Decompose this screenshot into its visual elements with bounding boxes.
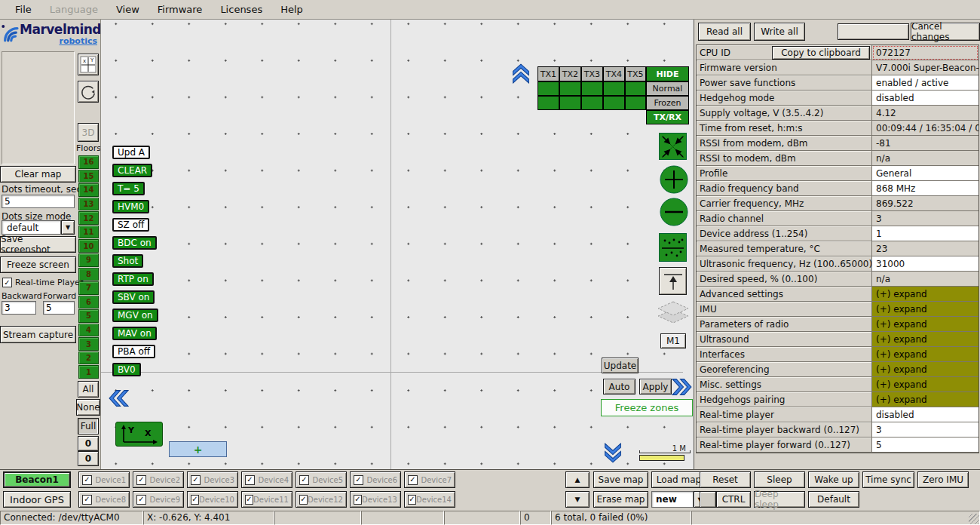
- mode-button-rtp-on[interactable]: RTP on: [112, 272, 154, 286]
- mode-button-t-5[interactable]: T= 5: [112, 182, 145, 195]
- floor-button-11[interactable]: 11: [78, 226, 99, 239]
- setting-value[interactable]: (+) expand: [872, 332, 978, 347]
- device-toggle-device1[interactable]: ✓Device1: [78, 471, 130, 488]
- setting-value[interactable]: 5: [872, 438, 978, 453]
- menu-item-firmware[interactable]: Firmware: [149, 2, 212, 17]
- tx-state-cell[interactable]: [581, 96, 603, 110]
- setting-value[interactable]: General: [872, 166, 978, 181]
- menu-item-view[interactable]: View: [107, 2, 149, 17]
- menu-item-licenses[interactable]: Licenses: [211, 2, 271, 17]
- chevron-down-icon[interactable]: ▼: [61, 220, 75, 235]
- device-toggle-device5[interactable]: ✓Device5: [296, 471, 347, 488]
- time-sync-button[interactable]: Time sync: [862, 471, 914, 488]
- floor-button-7[interactable]: 7: [78, 281, 99, 295]
- blank-button[interactable]: [838, 23, 909, 40]
- sleep-button[interactable]: Sleep: [754, 471, 805, 488]
- tx-txrx-button[interactable]: TX/RX: [646, 110, 689, 124]
- mode-button-bv0[interactable]: BV0: [112, 363, 141, 376]
- copy-to-clipboard-button[interactable]: Copy to clipboard: [772, 46, 870, 60]
- scroll-up-button[interactable]: ▲: [565, 471, 590, 488]
- setting-value[interactable]: (+) expand: [872, 392, 978, 407]
- device-toggle-device6[interactable]: ✓Device6: [350, 471, 401, 488]
- floor-button-6[interactable]: 6: [78, 296, 99, 309]
- mode-button-hvm0[interactable]: HVM0: [112, 200, 149, 213]
- floor-button-12[interactable]: 12: [78, 211, 99, 225]
- deep-sleep-button[interactable]: Deep sleep: [754, 491, 805, 508]
- mode-button-mav-on[interactable]: MAV on: [112, 327, 157, 340]
- setting-value[interactable]: 868 MHz: [872, 181, 978, 196]
- tx-header-tx5[interactable]: TX5: [625, 66, 646, 81]
- ctrl-checkbox[interactable]: [700, 491, 716, 508]
- dots-display-button[interactable]: [659, 233, 687, 264]
- floor-button-3[interactable]: 3: [78, 337, 99, 351]
- device-toggle-device8[interactable]: ✓Device8: [78, 491, 130, 508]
- tx-hide-button[interactable]: HIDE: [646, 66, 689, 81]
- menu-item-language[interactable]: Language: [41, 2, 107, 17]
- xy-view-button[interactable]: x Y: [78, 54, 99, 75]
- tx-state-cell[interactable]: [603, 81, 625, 96]
- mode-button-mgv-on[interactable]: MGV on: [112, 309, 158, 322]
- tx-state-cell[interactable]: [581, 81, 603, 96]
- tx-state-cell[interactable]: [603, 96, 625, 110]
- freeze-zones-button[interactable]: Freeze zones: [601, 399, 693, 416]
- tx-header-tx4[interactable]: TX4: [603, 66, 625, 81]
- device-toggle-device10[interactable]: ✓Device10: [187, 491, 238, 508]
- counter-top[interactable]: 0: [78, 436, 99, 451]
- tx-state-cell[interactable]: [537, 81, 559, 96]
- counter-bottom[interactable]: 0: [78, 451, 99, 466]
- device-toggle-device4[interactable]: ✓Device4: [241, 471, 292, 488]
- reset-button[interactable]: Reset: [700, 471, 751, 488]
- stream-capture-button[interactable]: Stream capture: [0, 326, 76, 343]
- chevron-left-double-icon[interactable]: [108, 388, 129, 408]
- cancel-changes-button[interactable]: Cancel changes: [911, 23, 980, 41]
- setting-value[interactable]: (+) expand: [872, 302, 978, 317]
- menu-item-file[interactable]: File: [6, 2, 41, 17]
- wake-up-button[interactable]: Wake up: [808, 471, 859, 488]
- floor-button-2[interactable]: 2: [78, 352, 99, 365]
- setting-value[interactable]: (+) expand: [872, 347, 978, 362]
- zoom-out-button[interactable]: [660, 198, 688, 229]
- tx-header-tx3[interactable]: TX3: [581, 66, 603, 81]
- tx-state-cell[interactable]: [537, 96, 559, 110]
- apply-button[interactable]: Apply: [639, 379, 672, 395]
- device-toggle-device11[interactable]: ✓Device11: [241, 491, 292, 508]
- layers-button[interactable]: [655, 299, 691, 333]
- menu-item-help[interactable]: Help: [271, 2, 312, 17]
- indoor-gps-tab[interactable]: Indoor GPS: [3, 491, 71, 508]
- setting-value[interactable]: 31000: [872, 256, 978, 272]
- mode-button-bdc-on[interactable]: BDC on: [112, 236, 157, 250]
- tx-state-cell[interactable]: [559, 81, 581, 96]
- floors-none-button[interactable]: None: [76, 399, 100, 416]
- setting-value[interactable]: (+) expand: [872, 377, 978, 392]
- chevron-right-double-icon[interactable]: [672, 377, 693, 397]
- tx-frozen-button[interactable]: Frozen: [646, 96, 689, 110]
- default-button[interactable]: Default: [808, 491, 859, 508]
- zero-imu-button[interactable]: Zero IMU: [917, 471, 969, 488]
- freeze-screen-button[interactable]: Freeze screen: [0, 256, 76, 273]
- tx-state-cell[interactable]: [559, 96, 581, 110]
- tx-header-tx1[interactable]: TX1: [537, 66, 559, 81]
- mode-button-upd-a[interactable]: Upd A: [112, 146, 150, 159]
- upload-map-button[interactable]: [659, 267, 687, 295]
- setting-value[interactable]: 1: [872, 226, 978, 241]
- setting-value[interactable]: (+) expand: [872, 362, 978, 377]
- setting-value[interactable]: (+) expand: [872, 287, 978, 302]
- floor-button-16[interactable]: 16: [78, 155, 99, 169]
- map-canvas[interactable]: TX1TX2TX3TX4TX5HIDENormalFrozenTX/RX Upd…: [100, 20, 694, 469]
- dots-timeout-input[interactable]: [2, 195, 75, 208]
- ctrl-button[interactable]: CTRL: [716, 491, 751, 508]
- floor-button-13[interactable]: 13: [78, 198, 99, 211]
- device-toggle-device3[interactable]: ✓Device3: [187, 471, 238, 488]
- floor-button-10[interactable]: 10: [78, 239, 99, 253]
- floor-button-14[interactable]: 14: [78, 183, 99, 197]
- save-map-button[interactable]: Save map: [593, 471, 648, 488]
- mode-button-shot[interactable]: Shot: [112, 254, 143, 268]
- auto-button[interactable]: Auto: [603, 379, 635, 395]
- resize-grip[interactable]: [969, 514, 979, 524]
- save-screenshot-button[interactable]: Save screenshot: [0, 236, 76, 253]
- forward-input[interactable]: [43, 301, 75, 315]
- tx-state-cell[interactable]: [625, 96, 646, 110]
- scroll-down-button[interactable]: ▼: [565, 491, 590, 508]
- device-toggle-device14[interactable]: ✓Device14: [404, 491, 455, 508]
- write-all-button[interactable]: Write all: [754, 23, 805, 41]
